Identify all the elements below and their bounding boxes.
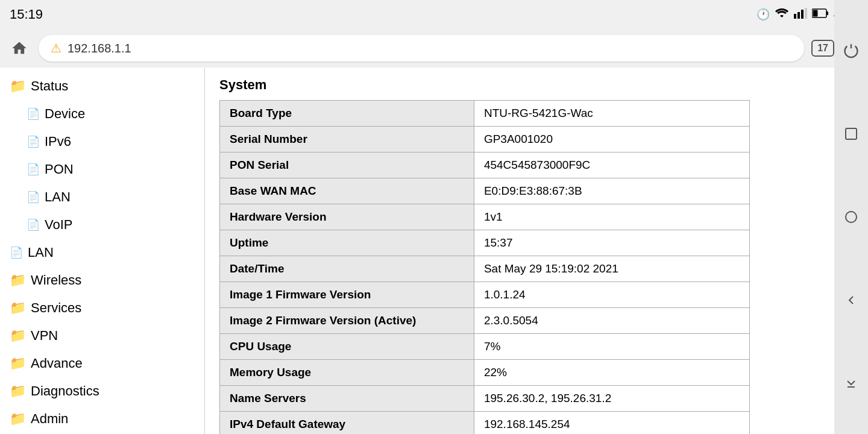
table-cell-value: 192.168.145.254 [474,412,749,435]
sidebar-label-admin: Admin [31,411,68,427]
browser-bar: ⚠ 192.168.1.1 17 ⋮ [0,29,868,68]
sidebar-label-vpn: VPN [31,328,58,344]
table-row: Serial NumberGP3A001020 [220,127,750,153]
home-button[interactable] [7,36,31,60]
table-cell-label: Image 1 Firmware Version [220,282,474,308]
warning-icon: ⚠ [51,41,61,55]
right-controls [834,0,868,434]
table-row: Board TypeNTU-RG-5421G-Wac [220,101,750,127]
battery-icon [812,8,829,21]
table-cell-value: NTU-RG-5421G-Wac [474,101,749,127]
page-icon-ipv6: 📄 [27,135,40,148]
sidebar-item-lan-sub[interactable]: 📄 LAN [0,183,204,211]
address-text: 192.168.1.1 [68,42,131,55]
table-row: Image 2 Firmware Version (Active)2.3.0.5… [220,308,750,334]
table-cell-value: 454C545873000F9C [474,153,749,178]
sidebar-label-status: Status [31,78,68,94]
sidebar-item-device[interactable]: 📄 Device [0,100,204,128]
table-row: Name Servers195.26.30.2, 195.26.31.2 [220,386,750,412]
wifi-icon [775,7,789,22]
sidebar-label-voip: VoIP [45,217,72,233]
section-title: System [219,77,820,93]
table-cell-value: 22% [474,360,749,386]
svg-rect-2 [801,10,804,19]
table-cell-label: Date/Time [220,256,474,282]
power-button[interactable] [838,38,864,64]
table-row: CPU Usage7% [220,334,750,360]
table-cell-label: Name Servers [220,386,474,412]
back-button[interactable] [838,287,864,313]
svg-rect-7 [846,128,857,139]
chevron-down-button[interactable] [838,370,864,396]
sidebar-item-vpn[interactable]: 📁 VPN [0,322,204,350]
sidebar-item-admin[interactable]: 📁 Admin [0,405,204,433]
sidebar-item-wireless[interactable]: 📁 Wireless [0,266,204,294]
sidebar-item-status[interactable]: 📁 Status [0,72,204,100]
address-bar[interactable]: ⚠ 192.168.1.1 [39,35,804,61]
table-cell-label: Hardware Version [220,204,474,230]
square-button[interactable] [838,121,864,147]
sidebar-item-pon[interactable]: 📄 PON [0,156,204,183]
folder-icon-admin: 📁 [10,411,26,427]
table-cell-value: 1.0.1.24 [474,282,749,308]
content-area: System Board TypeNTU-RG-5421G-WacSerial … [205,68,834,434]
table-cell-label: Memory Usage [220,360,474,386]
page-icon-lan: 📄 [10,246,23,259]
table-cell-value: GP3A001020 [474,127,749,153]
table-cell-value: 15:37 [474,230,749,256]
page-icon-device: 📄 [27,107,40,121]
svg-rect-0 [794,14,796,19]
sidebar-item-voip[interactable]: 📄 VoIP [0,211,204,239]
svg-rect-1 [797,12,800,19]
table-cell-label: IPv4 Default Gateway [220,412,474,435]
folder-icon: 📁 [10,78,26,94]
tab-count[interactable]: 17 [811,40,834,57]
table-cell-value: E0:D9:E3:88:67:3B [474,178,749,204]
sidebar-item-advance[interactable]: 📁 Advance [0,350,204,377]
system-info-table: Board TypeNTU-RG-5421G-WacSerial NumberG… [219,100,750,434]
svg-point-8 [846,212,857,222]
sidebar: 📁 Status 📄 Device 📄 IPv6 📄 PON 📄 LAN 📄 V… [0,68,205,434]
sidebar-label-lan-sub: LAN [45,189,71,205]
svg-rect-6 [813,10,817,16]
table-cell-label: Board Type [220,101,474,127]
svg-rect-3 [805,8,807,19]
table-row: Uptime15:37 [220,230,750,256]
folder-icon-diagnostics: 📁 [10,383,26,399]
table-cell-label: Image 2 Firmware Version (Active) [220,308,474,334]
sidebar-label-advance: Advance [31,356,83,371]
table-cell-label: Uptime [220,230,474,256]
sidebar-item-diagnostics[interactable]: 📁 Diagnostics [0,377,204,405]
table-cell-label: Base WAN MAC [220,178,474,204]
sidebar-item-lan[interactable]: 📄 LAN [0,239,204,266]
sidebar-item-services[interactable]: 📁 Services [0,294,204,322]
table-cell-label: PON Serial [220,153,474,178]
table-cell-value: 7% [474,334,749,360]
alarm-icon: 🕐 [756,8,770,21]
signal-icon [794,8,807,22]
folder-icon-services: 📁 [10,300,26,316]
folder-icon-wireless: 📁 [10,272,26,288]
table-cell-value: 195.26.30.2, 195.26.31.2 [474,386,749,412]
sidebar-label-pon: PON [45,162,74,177]
main-content: 📁 Status 📄 Device 📄 IPv6 📄 PON 📄 LAN 📄 V… [0,68,834,434]
sidebar-label-ipv6: IPv6 [45,134,71,149]
folder-icon-advance: 📁 [10,356,26,371]
page-icon-lan-sub: 📄 [27,190,40,204]
table-row: Date/TimeSat May 29 15:19:02 2021 [220,256,750,282]
sidebar-label-lan: LAN [28,245,54,260]
svg-rect-5 [826,11,828,15]
table-cell-label: Serial Number [220,127,474,153]
table-row: Base WAN MACE0:D9:E3:88:67:3B [220,178,750,204]
status-bar: 15:19 🕐 [0,0,868,29]
sidebar-label-services: Services [31,300,81,316]
sidebar-label-device: Device [45,106,85,122]
table-row: Image 1 Firmware Version1.0.1.24 [220,282,750,308]
table-cell-value: Sat May 29 15:19:02 2021 [474,256,749,282]
page-icon-pon: 📄 [27,163,40,176]
sidebar-item-ipv6[interactable]: 📄 IPv6 [0,128,204,156]
sidebar-label-diagnostics: Diagnostics [31,383,99,399]
table-row: PON Serial454C545873000F9C [220,153,750,178]
circle-button[interactable] [838,204,864,230]
table-row: IPv4 Default Gateway192.168.145.254 [220,412,750,435]
